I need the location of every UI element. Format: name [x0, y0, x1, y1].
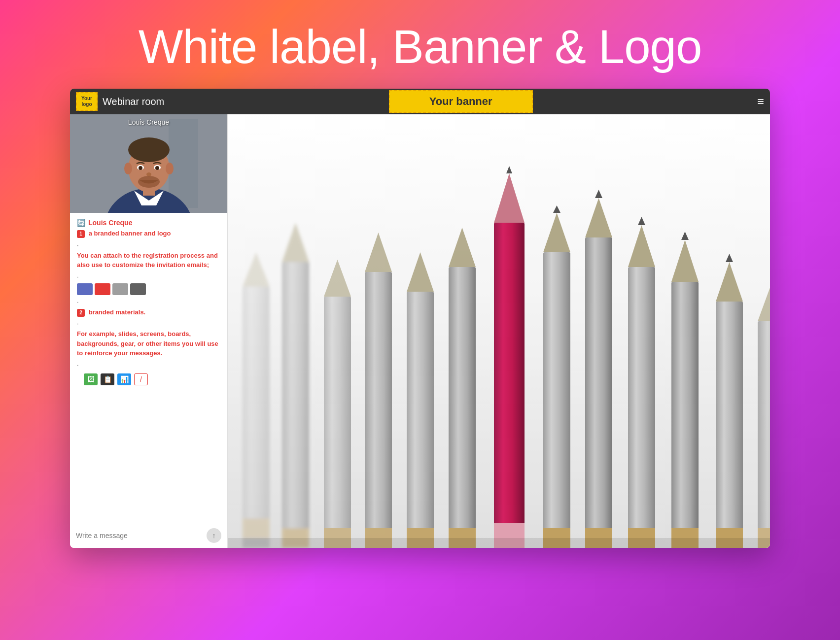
chat-input-row[interactable]: ↑ — [70, 523, 227, 548]
chat-sender-icon: 🔄 — [77, 219, 85, 227]
svg-rect-39 — [543, 252, 570, 548]
chat-sender-name: Louis Creque — [88, 219, 132, 227]
banner-box: Your banner — [389, 90, 533, 113]
svg-rect-29 — [407, 292, 434, 548]
svg-rect-55 — [716, 302, 743, 548]
toolbar-icon-doc[interactable]: 📋 — [101, 373, 114, 385]
svg-rect-35 — [494, 223, 525, 548]
menu-icon[interactable]: ≡ — [757, 95, 764, 108]
chat-thumbnails — [77, 283, 220, 295]
main-content: Louis Creque 🔄 Louis Creque 1 a branded … — [70, 114, 770, 548]
svg-rect-23 — [324, 297, 351, 548]
navbar-center: Your banner — [164, 90, 757, 113]
thumbnail-1 — [77, 283, 93, 295]
chat-dot-3: · — [77, 298, 220, 305]
svg-rect-20 — [282, 262, 309, 548]
chat-dot-5: · — [77, 361, 220, 369]
toolbar-icon-image[interactable]: 🖼 — [84, 373, 98, 385]
logo-box: Your logo — [76, 92, 98, 111]
svg-rect-43 — [585, 237, 612, 548]
thumbnail-2 — [95, 283, 110, 295]
speaker-video: Louis Creque — [70, 114, 227, 213]
toolbar-row: 🖼 📋 📊 / — [77, 371, 220, 390]
chat-sender-row: 🔄 Louis Creque — [77, 219, 220, 227]
navbar-title: Webinar room — [103, 96, 164, 107]
chat-message-1: 1 a branded banner and logo — [77, 229, 220, 238]
svg-point-8 — [166, 163, 174, 174]
svg-point-13 — [146, 172, 151, 176]
navbar: Your logo Webinar room Your banner ≡ — [70, 89, 770, 114]
sidebar: Louis Creque 🔄 Louis Creque 1 a branded … — [70, 114, 228, 548]
pencil-image — [228, 114, 770, 548]
svg-rect-18 — [243, 518, 270, 538]
svg-point-11 — [139, 166, 142, 170]
speaker-name: Louis Creque — [70, 118, 227, 126]
svg-point-12 — [155, 166, 159, 170]
chat-input[interactable] — [76, 532, 203, 539]
main-visual — [228, 114, 770, 548]
toolbar-icon-edit[interactable]: / — [134, 373, 148, 385]
chat-body-text: You can attach to the registration proce… — [77, 251, 220, 270]
svg-point-14 — [138, 176, 160, 188]
svg-rect-59 — [758, 321, 770, 548]
chat-dot-4: · — [77, 320, 220, 327]
svg-point-7 — [124, 163, 132, 174]
navbar-left: Your logo Webinar room — [76, 92, 164, 111]
chat-message-2: 2 branded materials. — [77, 307, 220, 317]
svg-rect-51 — [671, 282, 699, 548]
svg-rect-47 — [628, 267, 655, 548]
svg-rect-32 — [449, 267, 476, 548]
message-text-1: a branded banner and logo — [89, 230, 171, 237]
message-num-1: 1 — [77, 230, 85, 238]
chat-area: 🔄 Louis Creque 1 a branded banner and lo… — [70, 213, 227, 523]
svg-point-6 — [128, 137, 170, 162]
thumbnail-4 — [130, 283, 146, 295]
chat-body-text-2: For example, slides, screens, boards, ba… — [77, 329, 220, 358]
svg-rect-16 — [243, 287, 270, 548]
message-text-2: branded materials. — [89, 308, 146, 316]
send-button[interactable]: ↑ — [207, 528, 221, 543]
webinar-window: Your logo Webinar room Your banner ≡ — [70, 89, 770, 548]
speaker-video-inner: Louis Creque — [70, 114, 227, 213]
chat-dot-2: · — [77, 273, 220, 280]
message-num-2: 2 — [77, 309, 85, 317]
page-title: White label, Banner & Logo — [0, 0, 840, 89]
chat-dot-1: · — [77, 241, 220, 249]
svg-rect-26 — [365, 272, 392, 548]
svg-rect-62 — [228, 538, 770, 548]
speaker-photo — [70, 114, 227, 213]
toolbar-icon-chart[interactable]: 📊 — [117, 373, 131, 385]
thumbnail-3 — [112, 283, 128, 295]
